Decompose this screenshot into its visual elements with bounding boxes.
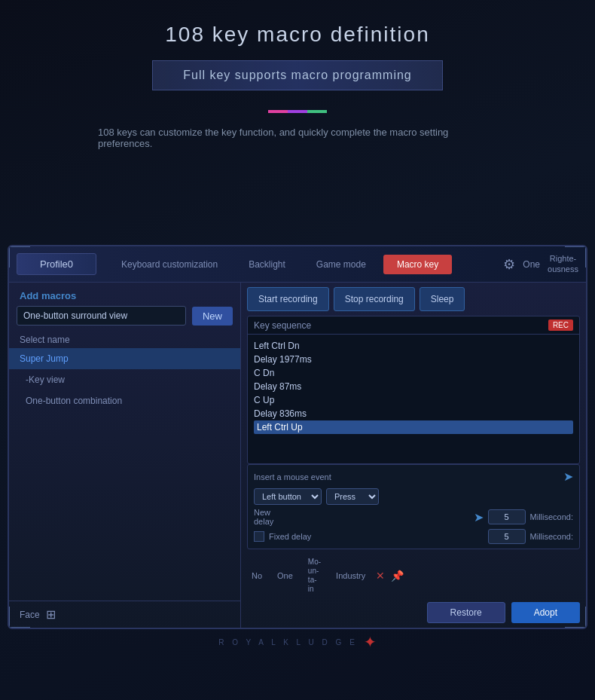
sleep-button[interactable]: Sleep: [420, 287, 465, 311]
industry-option[interactable]: Industry: [331, 569, 370, 582]
face-icon: ⊞: [46, 607, 56, 622]
new-delay-input[interactable]: [488, 509, 526, 524]
logo-text: R O Y A L K L U D G E: [218, 638, 358, 647]
key-seq-delay-87: Delay 87ms: [254, 380, 573, 393]
color-bar-pink: [268, 110, 288, 113]
select-name-label: Select name: [9, 332, 240, 348]
fixed-delay-checkbox[interactable]: [254, 531, 264, 542]
corner-tl: [8, 245, 30, 267]
bottom-actions: Restore Adopt: [247, 602, 580, 623]
face-row: Face ⊞: [9, 601, 240, 628]
arrow-icon: ➤: [563, 469, 573, 484]
top-bar: Profile0 Keyboard customization Backligh…: [9, 246, 586, 283]
tab-backlight[interactable]: Backlight: [235, 255, 299, 274]
color-bar: [267, 110, 328, 113]
key-seq-left-ctrl-dn: Left Ctrl Dn: [254, 339, 573, 353]
description-text: 108 keys can customize the key function,…: [30, 127, 565, 149]
press-select[interactable]: Press Click Release: [326, 488, 379, 505]
corner-br: [565, 607, 587, 629]
key-sequence-title: Key sequence: [254, 320, 311, 331]
one-option[interactable]: One: [273, 569, 298, 582]
fixed-delay-ms-label: Millisecond:: [530, 532, 573, 541]
corner-bl: [8, 607, 30, 629]
key-seq-c-dn: C Dn: [254, 366, 573, 380]
color-bar-green: [307, 110, 327, 113]
top-section: 108 key macro definition Full key suppor…: [0, 0, 595, 164]
right-panel: Start recording Stop recording Sleep Key…: [241, 283, 586, 628]
new-delay-arrow-icon: ➤: [474, 510, 484, 524]
macro-name-row: New: [9, 306, 240, 332]
mouse-event-row: Insert a mouse event ➤: [254, 469, 573, 484]
list-item-super-jump[interactable]: Super Jump: [9, 348, 240, 369]
new-delay-row: Newdelay ➤ Millisecond:: [254, 508, 573, 526]
color-bar-purple: [288, 110, 307, 113]
new-delay-label: Newdelay: [254, 508, 469, 526]
tab-game-mode[interactable]: Game mode: [303, 255, 380, 274]
key-seq-left-ctrl-up[interactable]: Left Ctrl Up: [254, 420, 573, 434]
mountain-option[interactable]: Mo-un-ta-in: [304, 555, 325, 596]
key-sequence-header: Key sequence REC: [248, 316, 579, 335]
fixed-delay-label: Fixed delay: [269, 532, 484, 541]
logo-icon: ✦: [364, 633, 377, 651]
one-button[interactable]: One: [523, 259, 540, 270]
logo-area: R O Y A L K L U D G E ✦: [218, 633, 377, 651]
new-delay-ms-label: Millisecond:: [530, 512, 573, 521]
action-buttons: Start recording Stop recording Sleep: [247, 287, 580, 311]
left-button-select[interactable]: Left button Right button Middle button: [254, 488, 322, 505]
main-title: 108 key macro definition: [15, 23, 580, 47]
nav-tabs: Keyboard customization Backlight Game mo…: [108, 255, 503, 274]
main-content: Add macros New Select name Super Jump -K…: [9, 283, 586, 628]
restore-button[interactable]: Restore: [427, 602, 505, 623]
left-panel: Add macros New Select name Super Jump -K…: [9, 283, 241, 628]
no-option[interactable]: No: [247, 569, 267, 582]
name-list: Super Jump -Key view One-button combinat…: [9, 348, 240, 601]
app-frame: Profile0 Keyboard customization Backligh…: [8, 245, 587, 629]
bottom-options: No One Mo-un-ta-in Industry ✕ 📌: [247, 555, 580, 596]
new-button[interactable]: New: [192, 307, 233, 326]
pin-icon[interactable]: 📌: [391, 570, 404, 582]
mouse-event-label: Insert a mouse event: [254, 472, 559, 481]
list-item-one-button-combination[interactable]: One-button combination: [9, 390, 240, 411]
fixed-delay-row: Fixed delay Millisecond:: [254, 529, 573, 544]
stop-recording-button[interactable]: Stop recording: [334, 287, 415, 311]
tab-keyboard-customization[interactable]: Keyboard customization: [108, 255, 231, 274]
list-item-key-view[interactable]: -Key view: [9, 369, 240, 390]
add-macros-header: Add macros: [9, 283, 240, 306]
key-sequence-panel: Key sequence REC Left Ctrl Dn Delay 1977…: [247, 316, 580, 464]
start-recording-button[interactable]: Start recording: [247, 287, 329, 311]
macro-name-input[interactable]: [17, 306, 186, 326]
key-seq-delay-836: Delay 836ms: [254, 407, 573, 420]
close-icon[interactable]: ✕: [376, 570, 385, 582]
corner-tr: [565, 245, 587, 267]
rec-badge: REC: [548, 319, 573, 331]
key-seq-delay-1977: Delay 1977ms: [254, 353, 573, 366]
subtitle-box: Full key supports macro programming: [152, 60, 443, 90]
key-seq-c-up: C Up: [254, 393, 573, 407]
mouse-event-area: Insert a mouse event ➤ Left button Right…: [247, 464, 580, 549]
key-sequence-list: Left Ctrl Dn Delay 1977ms C Dn Delay 87m…: [248, 335, 579, 463]
key-sequence-area: Key sequence REC Left Ctrl Dn Delay 1977…: [247, 316, 580, 464]
tab-macro-key[interactable]: Macro key: [383, 255, 452, 274]
gear-icon[interactable]: ⚙: [503, 256, 515, 273]
fixed-delay-input[interactable]: [488, 529, 526, 544]
